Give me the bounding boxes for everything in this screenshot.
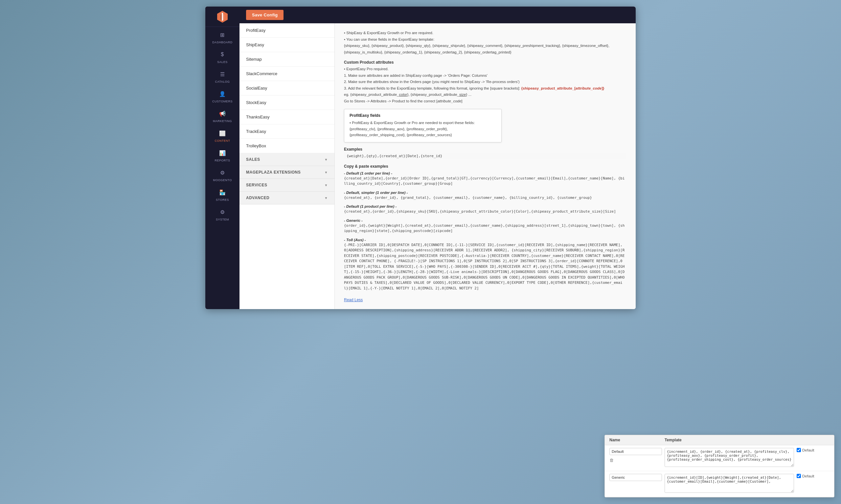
sidebar-logo	[205, 6, 240, 27]
chevron-down-icon: ▼	[325, 170, 328, 174]
main-content: Save Config ProfitEasy ShipEasy Sitemap …	[240, 6, 636, 309]
sidebar-item-reports[interactable]: 📊 REPORTS	[205, 145, 240, 165]
template-label: - Generic -	[344, 218, 627, 222]
profiteasy-box-title: ProfitEasy fields	[349, 113, 496, 118]
sidebar-item-system[interactable]: ⚙ SYSTEM	[205, 204, 240, 224]
content-icon: ⬜	[218, 129, 227, 138]
nav-section-advanced[interactable]: ADVANCED ▼	[240, 192, 334, 204]
nav-item-shipeasy[interactable]: ShipEasy	[240, 38, 334, 52]
sidebar-item-stores[interactable]: 🏪 STORES	[205, 184, 240, 204]
chevron-down-icon: ▼	[325, 183, 328, 187]
sidebar-item-label: MOOGENTO	[213, 179, 231, 182]
dashboard-icon: ⊞	[218, 30, 227, 39]
nav-item-sitemap[interactable]: Sitemap	[240, 52, 334, 67]
nav-section-mageplaza[interactable]: MAGEPLAZA EXTENSIONS ▼	[240, 166, 334, 179]
nav-item-profiteasy[interactable]: ProfitEasy	[240, 23, 334, 38]
sidebar-item-label: MARKETING	[213, 120, 232, 123]
template-default-1-product: - Default (1 product per line) - {create…	[344, 204, 627, 215]
moogento-icon: ⚙	[218, 168, 227, 177]
nav-item-slackcommerce[interactable]: SlackCommerce	[240, 67, 334, 81]
nav-section-sales[interactable]: SALES ▼	[240, 153, 334, 166]
custom-product-text: • ExportEasy Pro required. 1. Make sure …	[344, 66, 627, 104]
top-bar: Save Config	[240, 6, 636, 23]
custom-product-heading: Custom Product attributes	[344, 60, 627, 65]
svg-rect-3	[222, 13, 223, 21]
template-value: {created_at}, {order_id}, {grand_total},…	[344, 195, 627, 201]
template-default-simpler: - Default, simpler (1 order per line) - …	[344, 191, 627, 201]
sidebar-item-moogento[interactable]: ⚙ MOOGENTO	[205, 165, 240, 184]
nav-section-advanced-label: ADVANCED	[246, 196, 269, 200]
sales-icon: $	[218, 50, 227, 59]
template-value: {created_at}[Date],{order_id}[Order ID],…	[344, 176, 627, 187]
sidebar-item-label: CUSTOMERS	[212, 100, 233, 103]
profiteasy-box-text: • ProfitEasy & ExportEasy Growth or Pro …	[349, 120, 496, 138]
examples-heading: Examples	[344, 147, 627, 151]
chevron-down-icon: ▼	[325, 158, 328, 161]
intro-text: • ShipEasy & ExportEasy Growth or Pro ar…	[344, 30, 627, 55]
customers-icon: 👤	[218, 89, 227, 98]
template-value: {created_at},{order_id},{shipeasy_sku}[S…	[344, 209, 627, 215]
sidebar-item-label: SYSTEM	[216, 218, 229, 221]
template-value: {order_id},{weight}[Weight],{created_at}…	[344, 223, 627, 234]
sidebar-item-dashboard[interactable]: ⊞ DASHBOARD	[205, 27, 240, 47]
template-label: - Default (1 order per line) -	[344, 171, 627, 175]
copy-paste-heading: Copy & paste examples	[344, 164, 627, 169]
content-area: ProfitEasy ShipEasy Sitemap SlackCommerc…	[240, 23, 636, 309]
nav-item-thankseasy[interactable]: ThanksEasy	[240, 110, 334, 124]
marketing-icon: 📢	[218, 109, 227, 118]
profiteasy-fields-box: ProfitEasy fields • ProfitEasy & ExportE…	[344, 109, 502, 142]
save-config-button[interactable]: Save Config	[246, 10, 284, 20]
nav-item-stockeasy[interactable]: StockEasy	[240, 95, 334, 110]
copy-paste-section: Copy & paste examples - Default (1 order…	[344, 164, 627, 291]
nav-item-socialeasy[interactable]: SocialEasy	[240, 81, 334, 95]
catalog-icon: ☰	[218, 70, 227, 79]
sidebar-item-label: REPORTS	[215, 159, 230, 162]
sidebar-item-label: DASHBOARD	[212, 41, 233, 44]
system-icon: ⚙	[218, 208, 227, 217]
sidebar-item-content[interactable]: ⬜ CONTENT	[205, 125, 240, 145]
stores-icon: 🏪	[218, 188, 227, 197]
template-toll-aus: - Toll (Aus) - {-PRI-}[CARRIER ID],0[DES…	[344, 238, 627, 291]
sidebar-item-catalog[interactable]: ☰ CATALOG	[205, 66, 240, 86]
nav-section-mageplaza-label: MAGEPLAZA EXTENSIONS	[246, 170, 301, 175]
nav-item-trackeasy[interactable]: TrackEasy	[240, 124, 334, 139]
template-label: - Toll (Aus) -	[344, 238, 627, 242]
reports-icon: 📊	[218, 148, 227, 158]
nav-item-trolleybox[interactable]: TrolleyBox	[240, 139, 334, 153]
template-default-1-order: - Default (1 order per line) - {created_…	[344, 171, 627, 187]
template-value: {-PRI-}[CARRIER ID],0[DESPATCH DATE],0[C…	[344, 242, 627, 291]
magento-logo-icon	[216, 10, 229, 23]
sidebar-item-customers[interactable]: 👤 CUSTOMERS	[205, 86, 240, 106]
sidebar-item-marketing[interactable]: 📢 MARKETING	[205, 106, 240, 125]
examples-block: Examples {weight},{qty},{created_at}[Dat…	[344, 147, 627, 160]
examples-code: {weight},{qty},{created_at}[Date],{store…	[344, 152, 627, 160]
template-generic: - Generic - {order_id},{weight}[Weight],…	[344, 218, 627, 234]
template-label: - Default, simpler (1 order per line) -	[344, 191, 627, 195]
sidebar-item-label: SALES	[217, 60, 228, 64]
read-less-link[interactable]: Read Less	[344, 298, 363, 302]
left-nav: ProfitEasy ShipEasy Sitemap SlackCommerc…	[240, 23, 335, 309]
sidebar-item-sales[interactable]: $ SALES	[205, 47, 240, 66]
sidebar: ⊞ DASHBOARD $ SALES ☰ CATALOG 👤 CUSTOMER…	[205, 6, 240, 309]
sidebar-item-label: STORES	[216, 198, 229, 201]
sidebar-item-label: CATALOG	[215, 80, 230, 83]
chevron-down-icon: ▼	[325, 196, 328, 200]
nav-section-sales-label: SALES	[246, 157, 260, 162]
template-label: - Default (1 product per line) -	[344, 204, 627, 209]
app-window: ⊞ DASHBOARD $ SALES ☰ CATALOG 👤 CUSTOMER…	[205, 6, 636, 309]
sidebar-item-label: CONTENT	[215, 139, 230, 142]
nav-section-services-label: SERVICES	[246, 183, 267, 187]
nav-section-services[interactable]: SERVICES ▼	[240, 179, 334, 192]
main-panel: • ShipEasy & ExportEasy Growth or Pro ar…	[335, 23, 636, 309]
